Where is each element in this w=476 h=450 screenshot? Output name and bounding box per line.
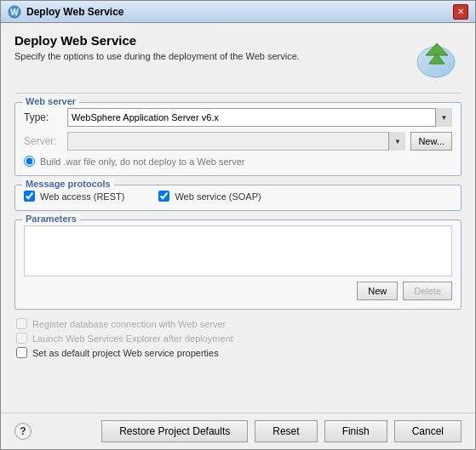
footer-right: Restore Project Defaults Reset Finish Ca… (101, 420, 462, 442)
params-new-button[interactable]: New (357, 282, 398, 300)
close-button[interactable]: ✕ (453, 4, 468, 20)
launch-explorer-row: Launch Web Services Explorer after deplo… (16, 333, 460, 344)
window-icon: W (8, 5, 21, 19)
reset-button[interactable]: Reset (255, 420, 317, 442)
protocols-row: Web access (REST) Web service (SOAP) (24, 191, 452, 202)
header-icon-area (410, 33, 462, 84)
build-war-radio[interactable] (24, 156, 35, 167)
register-db-row: Register database connection with Web se… (16, 318, 460, 329)
svg-text:W: W (10, 8, 19, 17)
register-db-checkbox[interactable] (16, 318, 27, 329)
deploy-icon (414, 37, 458, 81)
title-bar-text: Deploy Web Service (26, 6, 448, 18)
web-service-checkbox[interactable] (158, 191, 169, 202)
type-select[interactable]: WebSphere Application Server v6.x (67, 108, 452, 127)
set-default-row: Set as default project Web service prope… (16, 347, 460, 358)
server-select-wrapper: ▼ (67, 132, 405, 151)
header-text: Deploy Web Service Specify the options t… (14, 33, 300, 61)
main-content: Deploy Web Service Specify the options t… (1, 23, 475, 413)
server-new-button[interactable]: New... (410, 132, 452, 151)
params-delete-button[interactable]: Delete (403, 282, 452, 300)
server-select[interactable] (67, 132, 405, 151)
parameters-buttons: New Delete (24, 282, 452, 300)
header-section: Deploy Web Service Specify the options t… (14, 33, 462, 84)
help-button[interactable]: ? (14, 423, 32, 440)
server-label: Server: (24, 135, 62, 147)
launch-explorer-label[interactable]: Launch Web Services Explorer after deplo… (32, 333, 233, 344)
parameters-group: Parameters New Delete (14, 219, 462, 310)
set-default-checkbox[interactable] (16, 347, 27, 358)
restore-defaults-button[interactable]: Restore Project Defaults (101, 420, 248, 442)
web-service-row: Web service (SOAP) (158, 191, 261, 202)
launch-explorer-checkbox[interactable] (16, 333, 27, 344)
cancel-button[interactable]: Cancel (394, 420, 462, 442)
bottom-checks: Register database connection with Web se… (14, 318, 462, 358)
message-protocols-group: Message protocols Web access (REST) Web … (14, 185, 462, 211)
type-label: Type: (24, 111, 62, 123)
type-select-wrapper: WebSphere Application Server v6.x ▼ (67, 108, 452, 127)
web-access-row: Web access (REST) (24, 191, 124, 202)
register-db-label[interactable]: Register database connection with Web se… (32, 319, 226, 329)
page-title: Deploy Web Service (14, 33, 300, 48)
parameters-group-label: Parameters (22, 214, 80, 224)
web-access-label[interactable]: Web access (REST) (40, 191, 124, 202)
set-default-label[interactable]: Set as default project Web service prope… (32, 348, 219, 358)
web-server-group: Web server Type: WebSphere Application S… (14, 102, 462, 176)
window: W Deploy Web Service ✕ Deploy Web Servic… (0, 0, 476, 450)
message-protocols-label: Message protocols (22, 179, 114, 189)
type-row: Type: WebSphere Application Server v6.x … (24, 108, 452, 127)
build-war-row: Build .war file only, do not deploy to a… (24, 156, 452, 167)
finish-button[interactable]: Finish (324, 420, 387, 442)
server-row: Server: ▼ New... (24, 132, 452, 151)
build-war-label[interactable]: Build .war file only, do not deploy to a… (40, 157, 245, 167)
title-bar: W Deploy Web Service ✕ (1, 1, 475, 23)
header-separator (14, 93, 462, 94)
web-service-label[interactable]: Web service (SOAP) (175, 191, 261, 202)
web-server-group-label: Web server (22, 96, 79, 106)
parameters-area (24, 225, 452, 276)
footer-buttons: ? Restore Project Defaults Reset Finish … (1, 413, 475, 449)
web-access-checkbox[interactable] (24, 191, 35, 202)
page-subtitle: Specify the options to use during the de… (14, 51, 300, 61)
